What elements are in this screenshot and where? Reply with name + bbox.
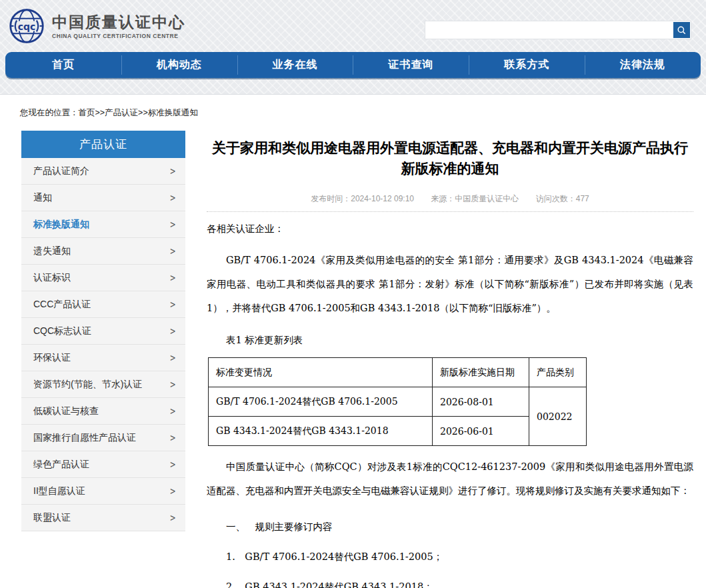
- nav-item-contact[interactable]: 联系方式: [469, 52, 585, 78]
- cell-date-2: 2026-06-01: [433, 417, 529, 446]
- chevron-right-icon: >: [170, 432, 175, 443]
- chevron-right-icon: >: [170, 512, 175, 523]
- sidebar-item-low-carbon-cert[interactable]: 低碳认证与核查>: [21, 398, 185, 425]
- chevron-right-icon: >: [170, 379, 175, 390]
- sidebar-item-product-cert-intro[interactable]: 产品认证简介>: [21, 158, 185, 185]
- paragraph-standards-release: GB/T 4706.1-2024《家用及类似用途电器的的安全 第1部分：通用要求…: [207, 248, 693, 320]
- article: 关于家用和类似用途电器用外置电源适配器、充电器和内置开关电源产品执行新版标准的通…: [207, 131, 693, 588]
- cell-date-1: 2026-08-01: [433, 387, 529, 417]
- revision-item-2: 2. GB 4343.1-2024替代GB 4343.1-2018；: [207, 580, 693, 588]
- chevron-right-icon: >: [170, 299, 175, 310]
- cqc-logo[interactable]: cqc 中国质量认证中心 CHINA QUALITY CERTIFICATION…: [8, 7, 185, 45]
- nav-item-online[interactable]: 业务在线: [237, 52, 353, 78]
- sidebar-item-loss-notice[interactable]: 遗失通知>: [21, 238, 185, 265]
- sidebar-item-ccc-cert[interactable]: CCC产品认证>: [21, 291, 185, 318]
- standards-table: 标准变更情况 新版标准实施日期 产品类别 GB/T 4706.1-2024替代G…: [208, 357, 587, 446]
- table-header-row: 标准变更情况 新版标准实施日期 产品类别: [209, 358, 587, 387]
- breadcrumb: 您现在的位置：首页>>产品认证>>标准换版通知: [20, 107, 198, 119]
- chevron-right-icon: >: [170, 192, 175, 203]
- search-icon: [677, 25, 687, 35]
- article-meta: 发布时间：2024-10-12 09:10 来源：中国质量认证中心 访问次数：4…: [207, 193, 693, 212]
- search-button[interactable]: [673, 22, 690, 38]
- chevron-right-icon: >: [170, 272, 175, 283]
- sidebar-item-national-voluntary-cert[interactable]: 国家推行自愿性产品认证>: [21, 425, 185, 451]
- sidebar-item-alliance-cert[interactable]: 联盟认证>: [21, 505, 185, 531]
- nav-item-laws[interactable]: 法律法规: [585, 52, 701, 78]
- publish-time: 发布时间：2024-10-12 09:10: [311, 194, 414, 203]
- sidebar-item-standard-change-notice[interactable]: 标准换版通知>: [21, 211, 185, 238]
- sidebar-item-resource-saving-cert[interactable]: 资源节约(节能、节水)认证>: [21, 371, 185, 398]
- globe-icon: cqc: [8, 7, 45, 45]
- sidebar-item-cert-mark[interactable]: 认证标识>: [21, 265, 185, 291]
- sidebar-item-cqc-mark-cert[interactable]: CQC标志认证>: [21, 318, 185, 345]
- search-input[interactable]: [425, 21, 673, 39]
- table-caption: 表1 标准更新列表: [207, 333, 693, 347]
- logo-acronym: cqc: [18, 21, 36, 32]
- chevron-right-icon: >: [170, 219, 175, 230]
- sidebar-title: 产品认证: [21, 131, 185, 158]
- nav-item-news[interactable]: 机构动态: [121, 52, 237, 78]
- article-body: 各相关认证企业： GB/T 4706.1-2024《家用及类似用途电器的的安全 …: [207, 223, 693, 588]
- breadcrumb-label: 您现在的位置：: [20, 108, 79, 117]
- chevron-right-icon: >: [170, 245, 175, 257]
- cell-change-2: GB 4343.1-2024替代GB 4343.1-2018: [209, 417, 433, 446]
- page: cqc 中国质量认证中心 CHINA QUALITY CERTIFICATION…: [0, 0, 706, 588]
- site-header: cqc 中国质量认证中心 CHINA QUALITY CERTIFICATION…: [0, 0, 706, 52]
- chevron-right-icon: >: [170, 485, 175, 497]
- section-heading-1: 一、 规则主要修订内容: [207, 520, 693, 533]
- nav-item-home[interactable]: 首页: [5, 52, 121, 78]
- table-row: GB/T 4706.1-2024替代GB 4706.1-2005 2026-08…: [209, 387, 587, 417]
- sidebar-menu: 产品认证简介> 通知> 标准换版通知> 遗失通知> 认证标识> CCC产品认证>…: [21, 158, 185, 531]
- sidebar-item-notice[interactable]: 通知>: [21, 185, 185, 211]
- logo-text: 中国质量认证中心 CHINA QUALITY CERTIFICATION CEN…: [52, 13, 185, 39]
- header-band: cqc 中国质量认证中心 CHINA QUALITY CERTIFICATION…: [0, 0, 706, 94]
- sidebar-item-environment-cert[interactable]: 环保认证>: [21, 345, 185, 371]
- chevron-right-icon: >: [170, 352, 175, 363]
- col-header-change: 标准变更情况: [209, 358, 433, 387]
- visit-count: 访问次数：477: [536, 194, 589, 203]
- breadcrumb-path[interactable]: 首页>>产品认证>>标准换版通知: [79, 108, 198, 117]
- article-title: 关于家用和类似用途电器用外置电源适配器、充电器和内置开关电源产品执行新版标准的通…: [207, 137, 693, 179]
- sidebar: 产品认证 产品认证简介> 通知> 标准换版通知> 遗失通知> 认证标识> CCC…: [21, 131, 185, 531]
- chevron-right-icon: >: [170, 165, 175, 177]
- cell-change-1: GB/T 4706.1-2024替代GB 4706.1-2005: [209, 387, 433, 417]
- logo-title-cn: 中国质量认证中心: [52, 13, 185, 31]
- source: 来源：中国质量认证中心: [431, 194, 519, 203]
- chevron-right-icon: >: [170, 325, 175, 337]
- col-header-category: 产品类别: [529, 358, 587, 387]
- sidebar-item-type2-voluntary-cert[interactable]: II型自愿认证>: [21, 478, 185, 505]
- main-nav: 首页 机构动态 业务在线 证书查询 联系方式 法律法规: [5, 52, 701, 78]
- cell-category-merged: 002022: [529, 387, 587, 446]
- salutation: 各相关认证企业：: [207, 223, 693, 235]
- chevron-right-icon: >: [170, 459, 175, 470]
- nav-item-certificate-query[interactable]: 证书查询: [353, 52, 469, 78]
- content-panel: 您现在的位置：首页>>产品认证>>标准换版通知 产品认证 产品认证简介> 通知>…: [0, 94, 706, 588]
- sidebar-item-green-product-cert[interactable]: 绿色产品认证>: [21, 451, 185, 478]
- col-header-date: 新版标准实施日期: [433, 358, 529, 387]
- chevron-right-icon: >: [170, 405, 175, 417]
- logo-title-en: CHINA QUALITY CERTIFICATION CENTRE: [52, 33, 185, 39]
- paragraph-rule-revision: 中国质量认证中心（简称CQC）对涉及表1标准的CQC12-461237-2009…: [207, 455, 693, 503]
- revision-item-1: 1. GB/T 4706.1-2024替代GB 4706.1-2005；: [207, 550, 693, 563]
- search-box: [425, 21, 691, 39]
